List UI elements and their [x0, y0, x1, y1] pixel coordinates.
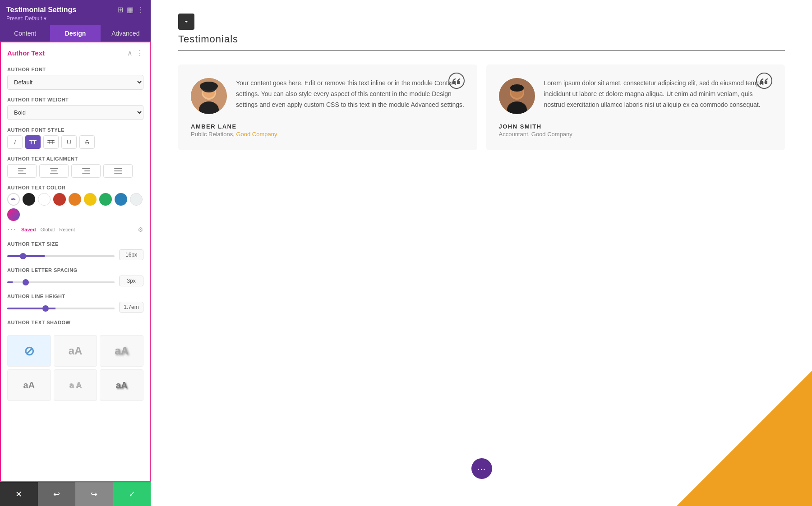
testimonials-grid: Your content goes here. Edit or remove t…	[178, 64, 785, 150]
color-custom[interactable]	[7, 208, 20, 221]
author-block-2: JOHN SMITH Accountant, Good Company	[499, 123, 773, 138]
size-slider-row	[7, 249, 143, 260]
color-white[interactable]	[38, 193, 51, 206]
shadow-grid: ⊘ aA aA aA a A aA	[1, 331, 150, 405]
color-orange[interactable]	[69, 193, 81, 206]
module-toggle[interactable]	[178, 14, 194, 30]
lineheight-input[interactable]	[119, 302, 143, 313]
grid-icon[interactable]: ▦	[127, 5, 134, 14]
testimonial-body-1: Your content goes here. Edit or remove t…	[191, 78, 465, 114]
author-color-label: Author Text Color	[7, 185, 143, 190]
letter-slider-container	[7, 277, 115, 285]
author-alignment-row: Author Text Alignment	[1, 152, 150, 180]
letter-input[interactable]	[119, 276, 143, 286]
orange-triangle-decoration	[677, 371, 812, 506]
color-black[interactable]	[23, 193, 35, 206]
tab-content[interactable]: Content	[0, 25, 50, 41]
redo-button[interactable]: ↪	[75, 482, 113, 506]
tab-design[interactable]: Design	[50, 25, 100, 41]
author-font-select[interactable]: Default Arial Georgia	[7, 75, 143, 90]
global-option[interactable]: Global	[40, 227, 55, 232]
color-settings-icon[interactable]: ⚙	[138, 226, 143, 233]
shadow-none[interactable]: ⊘	[7, 335, 51, 367]
section-panel: Author Text ∧ ⋮ Author Font Default Aria…	[0, 41, 151, 482]
shadow-4[interactable]: a A	[54, 369, 97, 401]
align-right-btn[interactable]	[71, 164, 101, 178]
testimonial-text-1: Your content goes here. Edit or remove t…	[236, 78, 465, 110]
align-left-btn[interactable]	[7, 164, 37, 178]
tab-advanced[interactable]: Advanced	[101, 25, 151, 41]
author-role-2: Accountant, Good Company	[499, 131, 773, 138]
align-justify-btn[interactable]	[103, 164, 133, 178]
letter-slider-row	[7, 276, 143, 286]
preview-area: Testimonials	[151, 0, 812, 164]
section-divider	[178, 51, 785, 51]
size-slider-container	[7, 251, 115, 259]
shadow-1[interactable]: aA	[54, 335, 97, 367]
bold-btn[interactable]: TT	[25, 135, 41, 149]
testimonials-heading: Testimonials	[178, 33, 785, 45]
eyedropper-btn[interactable]: ✒	[7, 193, 20, 206]
bottom-toolbar: ✕ ↩ ↪ ✓	[0, 482, 151, 506]
strikethrough-btn[interactable]: TT	[43, 135, 59, 149]
saved-option[interactable]: Saved	[21, 227, 36, 232]
section-header: Author Text ∧ ⋮	[1, 42, 150, 62]
recent-option[interactable]: Recent	[59, 227, 75, 232]
avatar-amber	[191, 78, 227, 114]
author-size-row: Author Text Size	[1, 237, 150, 263]
author-weight-row: Author Font Weight Bold Normal Light	[1, 92, 150, 123]
author-lineheight-label: Author Line Height	[7, 294, 143, 299]
fab-button[interactable]: ···	[471, 458, 492, 479]
lineheight-slider[interactable]	[7, 308, 115, 309]
testimonial-card-1: Your content goes here. Edit or remove t…	[178, 64, 477, 150]
left-panel: Testimonial Settings ⊞ ▦ ⋮ Preset: Defau…	[0, 0, 151, 506]
collapse-icon[interactable]: ∧	[127, 49, 133, 57]
shadow-3[interactable]: aA	[7, 369, 51, 401]
more-colors-btn[interactable]: ···	[7, 225, 17, 234]
letter-slider[interactable]	[7, 281, 115, 283]
author-color-row: Author Text Color ✒ ··· Saved Global Rec…	[1, 180, 150, 237]
shadow-2[interactable]: aA	[100, 335, 143, 367]
color-yellow[interactable]	[84, 193, 97, 206]
lineheight-slider-container	[7, 303, 115, 311]
size-input[interactable]	[119, 249, 143, 260]
author-lineheight-row: Author Line Height	[1, 289, 150, 315]
author-letter-row: Author Letter Spacing	[1, 263, 150, 289]
company-link-1[interactable]: Good Company	[236, 131, 277, 138]
quote-icon-1	[448, 73, 465, 89]
save-button[interactable]: ✓	[113, 482, 151, 506]
section-more-icon[interactable]: ⋮	[136, 49, 143, 57]
color-red[interactable]	[53, 193, 66, 206]
svg-point-5	[200, 82, 218, 91]
striketext-btn[interactable]: S	[79, 135, 95, 149]
undo-button[interactable]: ↩	[38, 482, 76, 506]
right-panel: Testimonials	[151, 0, 812, 506]
tabs-row: Content Design Advanced	[0, 25, 151, 41]
author-shadow-label: Author Text Shadow	[7, 320, 143, 325]
align-buttons	[7, 164, 143, 178]
more-options-icon[interactable]: ⋮	[137, 5, 144, 14]
align-center-btn[interactable]	[39, 164, 69, 178]
author-name-1: AMBER LANE	[191, 123, 465, 130]
duplicate-icon[interactable]: ⊞	[117, 5, 123, 14]
size-slider[interactable]	[7, 255, 115, 257]
testimonial-text-2: Lorem ipsum dolor sit amet, consectetur …	[544, 78, 773, 110]
color-swatches-row: ✒	[7, 193, 143, 221]
author-letter-label: Author Letter Spacing	[7, 267, 143, 273]
shadow-5[interactable]: aA	[100, 369, 143, 401]
color-light[interactable]	[130, 193, 143, 206]
author-weight-select[interactable]: Bold Normal Light	[7, 105, 143, 120]
italic-btn[interactable]: I	[7, 135, 23, 149]
author-weight-label: Author Font Weight	[7, 97, 143, 102]
panel-preset[interactable]: Preset: Default ▾	[6, 15, 144, 22]
color-blue[interactable]	[115, 193, 127, 206]
author-font-row: Author Font Default Arial Georgia	[1, 62, 150, 92]
underline-btn[interactable]: U	[61, 135, 77, 149]
color-green[interactable]	[99, 193, 112, 206]
author-alignment-label: Author Text Alignment	[7, 156, 143, 161]
font-style-buttons: I TT TT U S	[7, 135, 143, 149]
author-style-row: Author Font Style I TT TT U S	[1, 123, 150, 152]
author-block-1: AMBER LANE Public Relations, Good Compan…	[191, 123, 465, 138]
close-button[interactable]: ✕	[0, 482, 38, 506]
avatar-john	[499, 78, 535, 114]
